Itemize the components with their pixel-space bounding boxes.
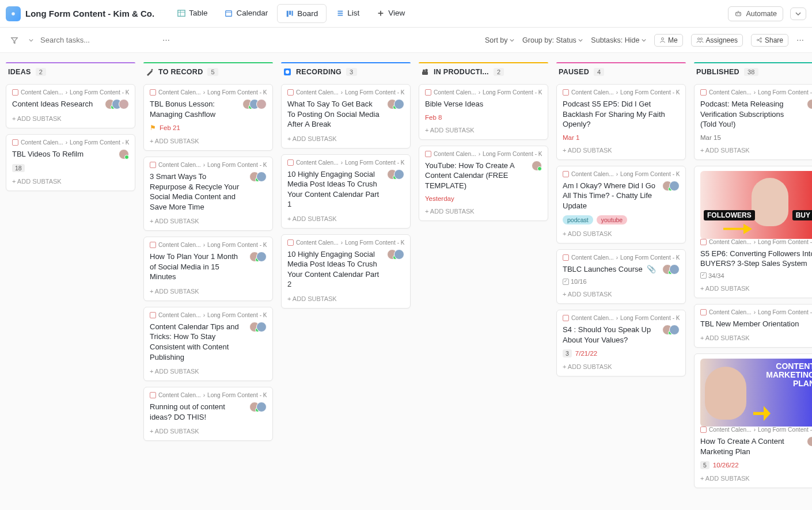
assignees-button[interactable]: Assignees [691,34,743,47]
add-subtask-button[interactable]: + ADD SUBTASK [150,218,267,224]
card[interactable]: Content Calen...›Long Form Content - Kim… [143,157,273,231]
assignee-avatars[interactable] [807,436,812,447]
card-breadcrumb[interactable]: Content Calen...›Long Form Content - Kim… [150,162,267,168]
card-breadcrumb[interactable]: Content Calen...›Long Form Content - Kim… [150,89,267,96]
add-subtask-button[interactable]: + ADD SUBTASK [563,147,680,154]
column-header[interactable]: TO RECORD5 [143,62,273,84]
card[interactable]: Content Calen...›Long Form Content - Kim… [281,154,411,229]
card-breadcrumb[interactable]: Content Calen...›Long Form Content - Kim… [12,139,129,146]
card[interactable]: CONTENTMARKETINGPLANContent Calen...›Lon… [694,353,812,488]
card-breadcrumb[interactable]: Content Calen...›Long Form Content - Kim… [563,315,680,321]
add-subtask-button[interactable]: + ADD SUBTASK [287,215,404,222]
card[interactable]: Content Calen...›Long Form Content - Kim… [556,166,686,244]
add-subtask-button[interactable]: + ADD SUBTASK [700,334,812,341]
add-subtask-button[interactable]: + ADD SUBTASK [287,135,404,142]
card[interactable]: Content Calen...›Long Form Content - Kim… [143,237,273,301]
assignee-avatars[interactable] [249,172,267,182]
add-subtask-button[interactable]: + ADD SUBTASK [425,208,542,215]
card[interactable]: Content Calen...›Long Form Content - Kim… [556,249,686,304]
add-subtask-button[interactable]: + ADD SUBTASK [563,363,680,370]
card[interactable]: Content Calen...›Long Form Content - Kim… [556,84,686,160]
card-breadcrumb[interactable]: Content Calen...›Long Form Content - Kim… [287,159,404,166]
tab-calendar[interactable]: Calendar [217,4,276,23]
filter-caret[interactable] [29,38,33,43]
card[interactable]: Content Calen...›Long Form Content - Kim… [281,234,411,309]
card-breadcrumb[interactable]: Content Calen...›Long Form Content - Kim… [12,89,129,96]
assignee-avatars[interactable] [662,264,680,275]
tab-add-view[interactable]: View [369,4,413,23]
search-input[interactable] [40,36,155,44]
filter-button[interactable] [7,34,22,47]
tab-board[interactable]: Board [277,4,327,23]
column-header[interactable]: PUBLISHED38 [694,62,812,84]
card-breadcrumb[interactable]: Content Calen...›Long Form Content - Kim… [425,89,542,96]
card[interactable]: Content Calen...›Long Form Content - Kim… [6,84,135,128]
card-breadcrumb[interactable]: Content Calen...›Long Form Content - Kim… [563,254,680,261]
add-subtask-button[interactable]: + ADD SUBTASK [700,147,812,154]
assignee-avatars[interactable] [532,161,542,171]
add-subtask-button[interactable]: + ADD SUBTASK [287,295,404,302]
add-subtask-button[interactable]: + ADD SUBTASK [563,291,680,298]
card-breadcrumb[interactable]: Content Calen...›Long Form Content - Kim… [700,239,812,245]
card[interactable]: Content Calen...›Long Form Content - Kim… [556,310,686,376]
card-breadcrumb[interactable]: Content Calen...›Long Form Content - Kim… [563,171,680,177]
card[interactable]: Content Calen...›Long Form Content - Kim… [419,84,548,140]
add-subtask-button[interactable]: + ADD SUBTASK [150,288,267,295]
card-breadcrumb[interactable]: Content Calen...›Long Form Content - Kim… [425,151,542,157]
assignee-avatars[interactable] [662,325,680,335]
card-breadcrumb[interactable]: Content Calen...›Long Form Content - Kim… [563,89,680,96]
card-breadcrumb[interactable]: Content Calen...›Long Form Content - Kim… [700,427,812,433]
tag-podcast[interactable]: podcast [563,215,593,224]
card[interactable]: FOLLOWERSBUYContent Calen...›Long Form C… [694,166,812,298]
tab-list[interactable]: List [328,4,367,23]
group-by[interactable]: Group by: Status [522,36,583,44]
add-subtask-button[interactable]: + ADD SUBTASK [700,285,812,292]
card[interactable]: Content Calen...›Long Form Content - Kim… [143,387,273,441]
card[interactable]: Content Calen...›Long Form Content - Kim… [419,146,548,222]
add-subtask-button[interactable]: + ADD SUBTASK [563,230,680,237]
me-button[interactable]: Me [654,34,683,47]
more-options-right[interactable]: ⋯ [796,36,805,44]
assignee-avatars[interactable] [249,252,267,262]
add-subtask-button[interactable]: + ADD SUBTASK [150,368,267,375]
add-subtask-button[interactable]: + ADD SUBTASK [12,115,129,122]
tab-table[interactable]: Table [169,4,215,23]
assignee-avatars[interactable] [807,99,812,109]
share-button[interactable]: Share [751,34,788,47]
add-subtask-button[interactable]: + ADD SUBTASK [700,475,812,482]
card[interactable]: Content Calen...›Long Form Content - Kim… [143,307,273,381]
more-options-left[interactable]: ⋯ [162,36,171,44]
assignee-avatars[interactable] [119,149,129,159]
automate-dropdown[interactable] [790,7,806,20]
card[interactable]: Content Calen...›Long Form Content - Kim… [6,134,135,191]
column-header[interactable]: PAUSED4 [556,62,686,84]
assignee-avatars[interactable] [387,169,404,180]
add-subtask-button[interactable]: + ADD SUBTASK [425,127,542,134]
assignee-avatars[interactable] [249,402,267,412]
assignee-avatars[interactable] [387,99,404,109]
sort-by[interactable]: Sort by [485,36,514,44]
card-breadcrumb[interactable]: Content Calen...›Long Form Content - Kim… [700,89,812,96]
automate-button[interactable]: Automate [728,6,783,21]
add-subtask-button[interactable]: + ADD SUBTASK [12,178,129,185]
column-header[interactable]: RECORDING3 [281,62,411,84]
card-breadcrumb[interactable]: Content Calen...›Long Form Content - Kim… [150,392,267,398]
card-breadcrumb[interactable]: Content Calen...›Long Form Content - Kim… [150,242,267,248]
card[interactable]: Content Calen...›Long Form Content - Kim… [694,84,812,160]
assignee-avatars[interactable] [105,99,129,109]
card-breadcrumb[interactable]: Content Calen...›Long Form Content - Kim… [287,89,404,96]
subtasks-toggle[interactable]: Subtasks: Hide [591,36,646,44]
assignee-avatars[interactable] [242,99,267,109]
column-header[interactable]: IN PRODUCTI...2 [419,62,548,84]
card-breadcrumb[interactable]: Content Calen...›Long Form Content - Kim… [150,312,267,318]
assignee-avatars[interactable] [662,181,680,191]
add-subtask-button[interactable]: + ADD SUBTASK [150,138,267,144]
card[interactable]: Content Calen...›Long Form Content - Kim… [694,304,812,348]
assignee-avatars[interactable] [249,322,267,332]
add-subtask-button[interactable]: + ADD SUBTASK [150,428,267,435]
card-breadcrumb[interactable]: Content Calen...›Long Form Content - Kim… [287,239,404,246]
card[interactable]: Content Calen...›Long Form Content - Kim… [281,84,411,149]
tag-youtube[interactable]: youtube [597,215,627,224]
card[interactable]: Content Calen...›Long Form Content - Kim… [143,84,273,151]
column-header[interactable]: IDEAS2 [6,62,135,84]
